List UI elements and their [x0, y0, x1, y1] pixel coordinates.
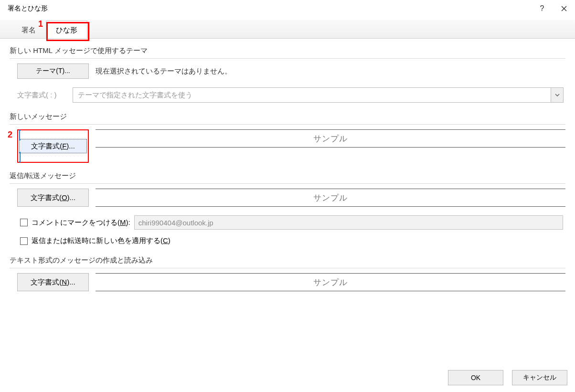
sample-reply-text: サンプル [100, 192, 561, 203]
content-panel: 新しい HTML メッセージで使用するテーマ テーマ(T)... 現在選択されて… [0, 38, 575, 291]
font-reply-button[interactable]: 文字書式(O)... [17, 189, 89, 207]
heading-text-format: テキスト形式のメッセージの作成と読み込み [10, 256, 565, 265]
checkbox-mark-comments[interactable] [20, 219, 28, 226]
font-new-button[interactable]: 文字書式(F)... [19, 139, 87, 153]
divider [10, 58, 565, 59]
divider [10, 268, 565, 268]
checkbox-apply-color[interactable] [20, 237, 28, 245]
tab-stationery[interactable]: ひな形 [46, 21, 87, 39]
heading-reply: 返信/転送メッセージ [10, 171, 565, 180]
titlebar: 署名とひな形 ? [0, 0, 575, 17]
mark-value-field: chiri990404@outlook.jp [134, 215, 563, 230]
annotation-label-2: 2 [8, 130, 12, 140]
checkbox-mark-label: コメントにマークをつける(M): [32, 218, 130, 227]
sample-reply: サンプル [96, 189, 565, 207]
annotation-box-2: 文字書式(F)... [17, 129, 89, 163]
help-icon: ? [540, 4, 544, 13]
close-icon [561, 6, 567, 11]
font-reply-button-label: 文字書式(O)... [31, 193, 75, 202]
help-button[interactable]: ? [531, 0, 553, 17]
ok-button[interactable]: OK [448, 370, 503, 385]
theme-button-label: テーマ(T)... [36, 67, 70, 74]
divider [10, 183, 565, 184]
divider [10, 124, 565, 125]
heading-new-message: 新しいメッセージ [10, 112, 565, 121]
tab-strip: 署名 ひな形 [0, 17, 575, 38]
font-format-label: 文字書式( : ) [10, 91, 73, 100]
mark-value-text: chiri990404@outlook.jp [138, 219, 213, 227]
dialog-footer: OK キャンセル [448, 370, 567, 385]
theme-button[interactable]: テーマ(T)... [17, 64, 89, 79]
sample-text: サンプル [96, 273, 565, 291]
sample-new: サンプル [96, 129, 565, 148]
annotation-label-1: 1 [38, 19, 43, 29]
close-button[interactable] [553, 0, 575, 17]
sample-text-text: サンプル [100, 277, 561, 288]
cancel-button[interactable]: キャンセル [512, 370, 567, 385]
font-format-dropdown[interactable]: テーマで指定された文字書式を使う [73, 87, 564, 103]
dropdown-text: テーマで指定された文字書式を使う [73, 91, 551, 100]
theme-status-text: 現在選択されているテーマはありません。 [96, 67, 232, 76]
window-title: 署名とひな形 [8, 4, 531, 13]
font-text-button[interactable]: 文字書式(N)... [17, 273, 89, 291]
checkbox-color-label: 返信または転送時に新しい色を適用する(C) [32, 236, 170, 245]
sample-new-text: サンプル [100, 133, 561, 144]
font-text-button-label: 文字書式(N)... [31, 278, 75, 287]
heading-theme: 新しい HTML メッセージで使用するテーマ [10, 46, 565, 55]
font-new-button-label: 文字書式(F)... [31, 142, 75, 151]
chevron-down-icon [551, 88, 563, 102]
